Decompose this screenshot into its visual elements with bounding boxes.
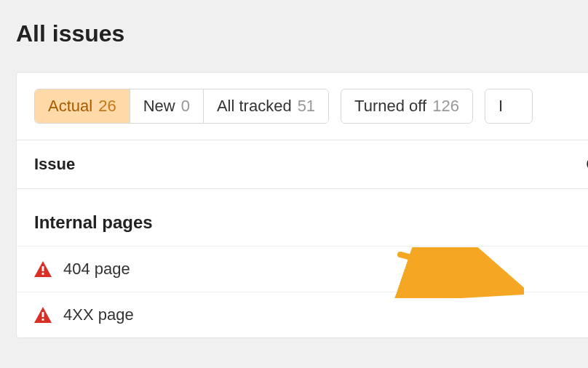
- warning-icon: [34, 307, 52, 323]
- tab-new[interactable]: New 0: [130, 89, 204, 123]
- tab-count: 51: [298, 97, 315, 116]
- svg-rect-2: [42, 312, 44, 317]
- svg-rect-1: [42, 273, 44, 275]
- filter-segmented-group: Actual 26 New 0 All tracked 51: [34, 89, 329, 124]
- col-issue: Issue: [34, 155, 75, 174]
- issue-name: 404 page: [63, 260, 130, 279]
- tab-turned-off[interactable]: Turned off 126: [341, 89, 473, 124]
- tab-label: Actual: [48, 97, 92, 116]
- tab-label: I: [498, 97, 503, 116]
- tab-overflow[interactable]: I: [485, 89, 533, 124]
- table-row[interactable]: 4XX page 32: [17, 292, 588, 337]
- section-internal-pages: Internal pages: [17, 189, 588, 246]
- table-header: Issue Crawled: [17, 140, 588, 189]
- issues-panel: Actual 26 New 0 All tracked 51 Turned of…: [16, 72, 588, 338]
- issue-left: 4XX page: [34, 305, 134, 324]
- tab-label: Turned off: [354, 97, 426, 116]
- svg-rect-0: [42, 266, 44, 271]
- tab-label: All tracked: [217, 97, 292, 116]
- issue-left: 404 page: [34, 260, 130, 279]
- tab-count: 126: [432, 97, 459, 116]
- warning-icon: [34, 261, 52, 277]
- filter-tab-bar: Actual 26 New 0 All tracked 51 Turned of…: [17, 73, 588, 140]
- svg-rect-3: [42, 319, 44, 321]
- tab-all-tracked[interactable]: All tracked 51: [204, 89, 328, 123]
- page-title: All issues: [0, 0, 588, 47]
- tab-count: 26: [98, 97, 116, 116]
- table-row[interactable]: 404 page 32: [17, 246, 588, 292]
- tab-count: 0: [181, 97, 190, 116]
- tab-label: New: [143, 97, 175, 116]
- issue-name: 4XX page: [63, 305, 134, 324]
- tab-actual[interactable]: Actual 26: [35, 89, 130, 123]
